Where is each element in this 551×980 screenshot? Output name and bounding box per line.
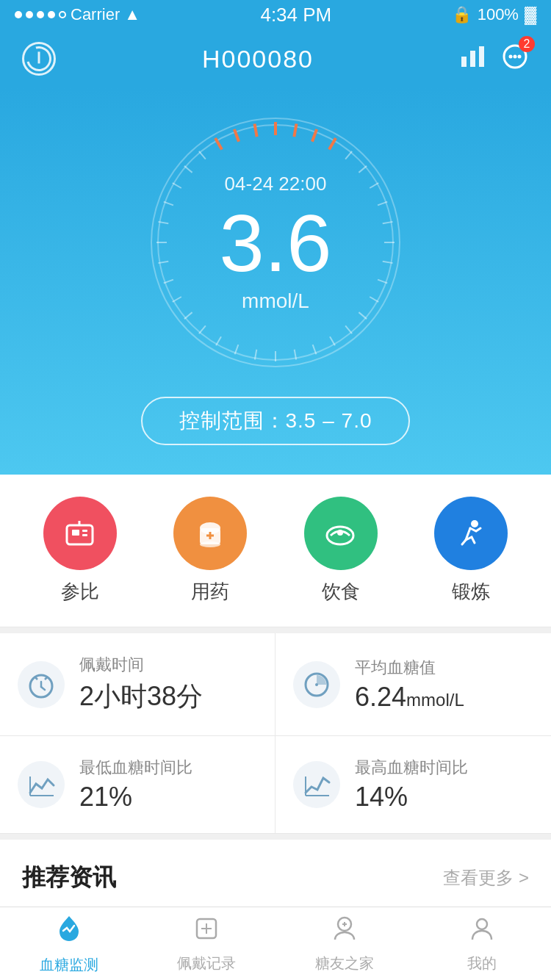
community-nav-icon [331,915,359,949]
avg-glucose-label: 平均血糖值 [355,657,464,679]
exercise-label: 锻炼 [452,579,490,605]
svg-point-4 [508,55,512,59]
power-button[interactable] [22,42,56,76]
range-badge[interactable]: 控制范围：3.5 – 7.0 [141,397,411,445]
svg-rect-52 [72,530,79,536]
message-button[interactable]: 2 [501,42,529,76]
stats-grid: 佩戴时间 2小时38分 平均血糖值 6.24mmol/L [0,627,551,834]
bottom-nav: 血糖监测 佩戴记录 糖友之家 我的 [0,907,551,980]
chat-icon [501,48,529,75]
wear-time-value: 2小时38分 [79,679,203,715]
diet-icon [304,497,378,570]
canbei-icon [43,497,117,570]
svg-rect-0 [461,57,467,67]
svg-point-63 [471,520,478,527]
gauge-value: 3.6 [220,203,332,284]
action-canbei[interactable]: 参比 [43,497,117,605]
nav-glucose[interactable]: 血糖监测 [0,913,138,975]
chart-up-icon [301,769,332,800]
svg-point-5 [513,55,516,59]
low-glucose-label: 最低血糖时间比 [79,757,192,779]
gauge-date: 04-24 22:00 [225,173,327,195]
status-bar: Carrier ▲ 4:34 PM 🔒 100% ▓ [0,0,551,29]
lock-icon: 🔒 [452,5,472,24]
chart-up-icon-wrap [293,761,340,808]
chart-down-icon-wrap [18,761,65,808]
stat-low-glucose: 最低血糖时间比 21% [0,736,276,834]
svg-rect-54 [82,534,87,536]
stat-high-glucose: 最高血糖时间比 14% [276,736,551,834]
svg-rect-1 [470,51,475,67]
wifi-icon: ▲ [124,5,140,24]
diet-label: 饮食 [322,579,360,605]
svg-rect-2 [479,46,484,67]
gauge-unit: mmol/L [242,289,309,313]
exercise-icon [434,497,508,570]
medicine-icon [173,497,247,570]
svg-point-6 [517,55,521,59]
alarm-clock-icon [26,669,57,700]
high-glucose-label: 最高血糖时间比 [355,757,468,779]
nav-community-label: 糖友之家 [315,954,374,973]
glucose-nav-icon [54,913,84,951]
status-time: 4:34 PM [260,4,331,26]
canbei-label: 参比 [61,579,99,605]
nav-profile-label: 我的 [467,954,497,973]
svg-rect-51 [67,525,93,544]
header: H000080 2 [0,29,551,88]
nav-wear-record-label: 佩戴记录 [177,954,236,973]
quick-actions: 参比 用药 饮食 [0,475,551,627]
stat-wear-time: 佩戴时间 2小时38分 [0,633,276,736]
device-id: H000080 [202,45,314,73]
clock-icon-wrap [18,661,65,708]
medicine-label: 用药 [191,579,229,605]
wear-time-label: 佩戴时间 [79,654,203,676]
gauge-section: 04-24 22:00 3.6 mmol/L 控制范围：3.5 – 7.0 [0,88,551,475]
notification-badge: 2 [519,36,535,52]
chart-icon[interactable] [460,43,486,74]
svg-point-58 [200,541,220,547]
action-diet[interactable]: 饮食 [304,497,378,605]
svg-point-62 [337,530,343,536]
nav-wear-record[interactable]: 佩戴记录 [138,915,276,973]
high-glucose-value: 14% [355,782,468,813]
news-title: 推荐资讯 [22,862,116,894]
nav-glucose-label: 血糖监测 [40,955,98,975]
low-glucose-value: 21% [79,782,192,813]
chart-down-icon [26,769,57,800]
avg-glucose-value: 6.24mmol/L [355,682,464,713]
pie-clock-icon [301,669,332,700]
wear-record-nav-icon [192,915,220,949]
nav-community[interactable]: 糖友之家 [276,915,414,973]
news-more-button[interactable]: 查看更多 > [443,866,529,890]
avg-clock-icon-wrap [293,661,340,708]
svg-line-66 [41,687,45,690]
svg-point-70 [315,683,318,686]
battery-label: 100% [478,5,519,24]
battery-icon: ▓ [525,5,536,24]
carrier-label: Carrier [71,5,120,24]
action-exercise[interactable]: 锻炼 [434,497,508,605]
nav-profile[interactable]: 我的 [414,915,552,973]
svg-point-76 [477,919,487,929]
svg-rect-53 [82,530,87,532]
stat-avg-glucose: 平均血糖值 6.24mmol/L [276,633,551,736]
action-medicine[interactable]: 用药 [173,497,247,605]
profile-nav-icon [468,915,496,949]
